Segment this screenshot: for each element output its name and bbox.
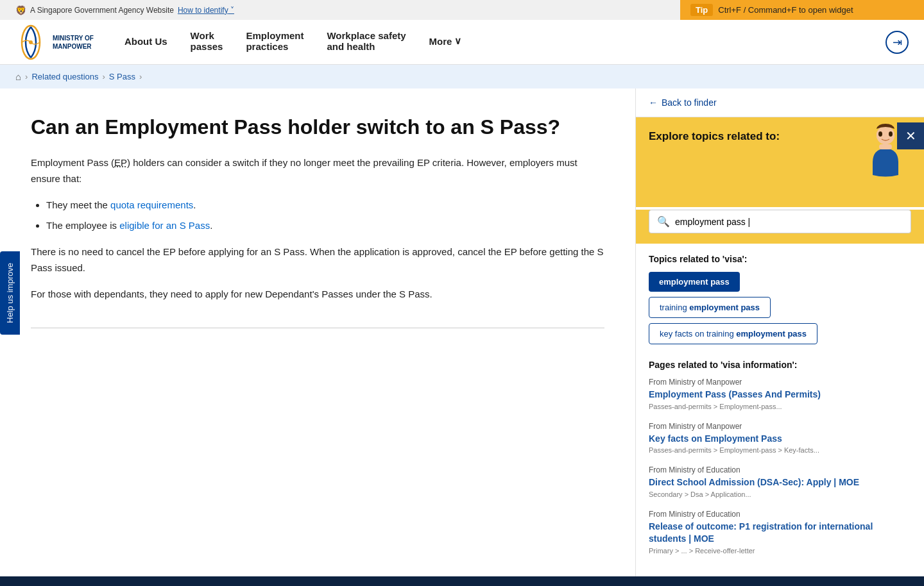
- article-para-2: There is no need to cancel the EP before…: [31, 244, 604, 276]
- page-item-3-path: Secondary > Dsa > Application...: [649, 490, 911, 498]
- page-item-4-from: From Ministry of Education: [649, 510, 911, 519]
- nav-about-us[interactable]: About Us: [113, 20, 179, 65]
- help-us-improve-label: Help us improve: [5, 263, 15, 323]
- page-item-1-from: From Ministry of Manpower: [649, 378, 911, 387]
- page-item-1-path: Passes-and-permits > Employment-pass...: [649, 403, 911, 410]
- sg-flag-icon: 🦁: [15, 5, 26, 15]
- panel-search-area: 🔍: [636, 210, 924, 244]
- arrow-left-icon: ←: [649, 97, 658, 108]
- logo-line1: MINISTRY OF: [53, 34, 94, 42]
- article-title: Can an Employment Pass holder switch to …: [31, 114, 604, 140]
- footer: MINISTRY OF MANPOWER About us Careers Co…: [0, 576, 924, 586]
- nav-work-passes[interactable]: Workpasses: [179, 20, 235, 65]
- content-area: Can an Employment Pass holder switch to …: [0, 88, 635, 576]
- article-para-3: For those with dependants, they need to …: [31, 287, 604, 303]
- breadcrumb-related-questions[interactable]: Related questions: [31, 72, 98, 81]
- nav-employment-practices[interactable]: Employmentpractices: [234, 20, 315, 65]
- breadcrumb: ⌂ › Related questions › S Pass ›: [0, 65, 924, 88]
- home-icon[interactable]: ⌂: [15, 71, 21, 82]
- quota-requirements-link[interactable]: quota requirements: [110, 199, 193, 210]
- pages-heading: Pages related to 'visa information':: [649, 360, 911, 370]
- topic-search-box[interactable]: 🔍: [649, 210, 911, 233]
- back-to-finder-link[interactable]: ← Back to finder: [636, 88, 924, 117]
- page-item-4: From Ministry of Education Release of ou…: [649, 510, 911, 555]
- navbar: MINISTRY OF MANPOWER About Us Workpasses…: [0, 20, 924, 65]
- article-divider: [31, 328, 604, 328]
- agency-text: A Singapore Government Agency Website: [30, 6, 174, 15]
- page-item-2: From Ministry of Manpower Key facts on E…: [649, 422, 911, 455]
- article-para-1: Employment Pass (EP) holders can conside…: [31, 155, 604, 187]
- logo-line2: MANPOWER: [53, 42, 94, 51]
- topic-tags: employment pass training employment pass…: [649, 272, 911, 344]
- page-item-2-link[interactable]: Key facts on Employment Pass: [649, 433, 782, 444]
- nav-workplace-safety[interactable]: Workplace safetyand health: [315, 20, 417, 65]
- panel-explore-header: ✕ Explore topics related to:: [636, 117, 924, 207]
- bullet-1: They meet the quota requirements.: [46, 197, 604, 213]
- breadcrumb-sep-1: ›: [25, 72, 28, 81]
- tip-label: Tip: [690, 4, 713, 16]
- topic-search-input[interactable]: [675, 217, 903, 227]
- nav-more[interactable]: More ∨: [418, 20, 474, 65]
- panel-body: Topics related to 'visa': employment pas…: [636, 244, 924, 576]
- article-body: Employment Pass (EP) holders can conside…: [31, 155, 604, 302]
- topics-heading: Topics related to 'visa':: [649, 254, 911, 264]
- breadcrumb-sep-2: ›: [102, 72, 105, 81]
- breadcrumb-sep-3: ›: [139, 72, 142, 81]
- topic-tag-training-ep[interactable]: training employment pass: [649, 297, 771, 318]
- main-layout: Can an Employment Pass holder switch to …: [0, 88, 924, 576]
- tip-text: Ctrl+F / Command+F to open widget: [718, 5, 853, 15]
- help-us-improve-sidebar[interactable]: Help us improve: [0, 251, 20, 335]
- svg-point-5: [889, 131, 893, 137]
- login-button[interactable]: ⇥: [886, 31, 909, 54]
- close-panel-button[interactable]: ✕: [897, 122, 924, 149]
- how-to-identify-link[interactable]: How to identify ˅: [178, 6, 234, 15]
- svg-point-4: [878, 131, 882, 137]
- nav-more-label: More: [429, 36, 452, 47]
- page-item-4-path: Primary > ... > Receive-offer-letter: [649, 547, 911, 555]
- search-icon: 🔍: [657, 215, 670, 228]
- page-item-2-path: Passes-and-permits > Employment-pass > K…: [649, 446, 911, 454]
- page-item-2-from: From Ministry of Manpower: [649, 422, 911, 431]
- nav-links: About Us Workpasses Employmentpractices …: [113, 20, 886, 65]
- login-icon: ⇥: [893, 35, 902, 49]
- page-item-1: From Ministry of Manpower Employment Pas…: [649, 378, 911, 410]
- topics-section: Topics related to 'visa': employment pas…: [649, 254, 911, 344]
- page-item-3-link[interactable]: Direct School Admission (DSA-Sec): Apply…: [649, 477, 859, 487]
- pages-section: Pages related to 'visa information': Fro…: [649, 360, 911, 555]
- tip-bar: Tip Ctrl+F / Command+F to open widget: [680, 0, 924, 20]
- bullet-2: The employee is eligible for an S Pass.: [46, 218, 604, 234]
- article-list: They meet the quota requirements. The em…: [46, 197, 604, 235]
- page-item-3: From Ministry of Education Direct School…: [649, 465, 911, 498]
- ep-abbr: EP: [114, 157, 127, 168]
- page-item-1-link[interactable]: Employment Pass (Passes And Permits): [649, 389, 821, 399]
- nav-right: ⇥: [886, 31, 909, 54]
- page-item-3-from: From Ministry of Education: [649, 465, 911, 474]
- gov-bar: 🦁 A Singapore Government Agency Website …: [0, 0, 680, 20]
- eligible-s-pass-link[interactable]: eligible for an S Pass: [119, 220, 210, 231]
- logo[interactable]: MINISTRY OF MANPOWER: [15, 24, 94, 60]
- chevron-down-icon: ∨: [454, 35, 461, 47]
- explore-title: Explore topics related to:: [649, 130, 853, 143]
- right-panel: ← Back to finder ✕ Explore topics relate…: [635, 88, 924, 576]
- breadcrumb-s-pass[interactable]: S Pass: [109, 72, 135, 81]
- topic-tag-employment-pass[interactable]: employment pass: [649, 272, 740, 292]
- back-to-finder-label: Back to finder: [662, 97, 717, 108]
- page-item-4-link[interactable]: Release of outcome: P1 registration for …: [649, 521, 873, 544]
- svg-rect-6: [879, 144, 892, 149]
- topic-tag-keyfacts-ep[interactable]: key facts on training employment pass: [649, 323, 817, 344]
